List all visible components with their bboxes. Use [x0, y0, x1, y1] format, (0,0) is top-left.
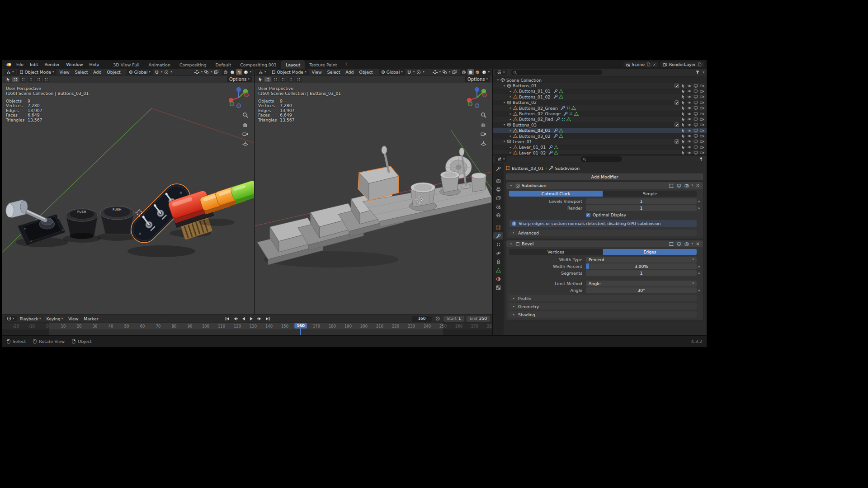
snap-magnet-icon[interactable]: [406, 69, 412, 75]
disable-render-icon[interactable]: [700, 112, 704, 116]
disable-render-icon[interactable]: [700, 100, 704, 105]
proportional-dropdown-icon[interactable]: ▾: [170, 70, 172, 74]
expand-icon[interactable]: ▸: [508, 95, 513, 99]
view-layer-selector[interactable]: RenderLayer: [660, 61, 704, 67]
shading-rendered-icon[interactable]: [481, 69, 487, 75]
selectable-icon[interactable]: [681, 89, 685, 94]
disable-render-icon[interactable]: [700, 89, 704, 94]
tab-texture[interactable]: [493, 284, 503, 291]
gizmos-dropdown-icon[interactable]: ▾: [439, 70, 441, 74]
menu-view[interactable]: View: [310, 69, 324, 75]
show-gizmos-icon[interactable]: [432, 69, 438, 75]
disable-viewport-icon[interactable]: [693, 94, 698, 99]
shading-solid-icon[interactable]: [467, 69, 474, 75]
outliner-row-collection[interactable]: ▾ Buttons_02: [493, 100, 707, 105]
keyframe-decorator[interactable]: [697, 266, 701, 267]
modifier-extras-icon[interactable]: ▾: [691, 242, 693, 245]
display-edit-mode-icon[interactable]: [668, 183, 674, 188]
exclude-checkbox-icon[interactable]: [675, 139, 679, 144]
blender-logo-icon[interactable]: [5, 61, 12, 67]
catmull-clark-button[interactable]: Catmull-Clark: [509, 191, 603, 197]
frame-end-field[interactable]: End250: [467, 316, 490, 322]
selectable-icon[interactable]: [681, 122, 685, 127]
shading-material-icon[interactable]: [474, 69, 481, 75]
tab-scene[interactable]: [493, 203, 503, 210]
timeline-ruler[interactable]: -20 -10 0 10 20 30 40 50 60 70 80 90 100…: [2, 323, 492, 329]
frame-start-field[interactable]: Start1: [443, 316, 464, 322]
tab-view-layer[interactable]: [493, 194, 503, 202]
play-button[interactable]: [248, 316, 255, 322]
angle-slider[interactable]: 30°: [586, 287, 697, 293]
expand-icon[interactable]: ▸: [508, 89, 513, 93]
outliner-row-object[interactable]: ▸ Buttons_02_Orange: [493, 111, 707, 116]
menu-select[interactable]: Select: [325, 69, 343, 75]
disable-render-icon[interactable]: [700, 117, 704, 122]
expand-icon[interactable]: ▸: [508, 112, 513, 116]
select-mode-subtract-icon[interactable]: [28, 77, 34, 82]
render-levels-field[interactable]: 1: [586, 205, 697, 211]
disable-render-icon[interactable]: [700, 84, 704, 88]
menu-add[interactable]: Add: [91, 69, 104, 75]
shading-wireframe-icon[interactable]: [461, 69, 467, 75]
toggle-perspective-icon[interactable]: [481, 141, 486, 146]
snap-dropdown-icon[interactable]: ▾: [161, 70, 163, 74]
workspace-tab[interactable]: Compositing: [175, 60, 211, 69]
expand-icon[interactable]: ▸: [508, 129, 513, 132]
properties-search[interactable]: [580, 156, 622, 162]
select-mode-invert-icon[interactable]: [35, 77, 42, 82]
options-dropdown[interactable]: Options▾: [227, 76, 252, 82]
select-mode-intersect-icon[interactable]: [295, 77, 302, 82]
xray-toggle-icon[interactable]: [213, 69, 219, 75]
display-render-icon[interactable]: [684, 241, 689, 247]
advanced-subpanel-header[interactable]: ▸ Advanced: [509, 230, 697, 236]
expand-icon[interactable]: ▸: [508, 145, 513, 149]
geometry-subpanel-header[interactable]: ▸Geometry: [509, 303, 697, 310]
exclude-checkbox-icon[interactable]: [675, 100, 679, 105]
hide-viewport-icon[interactable]: [687, 112, 692, 116]
expand-icon[interactable]: ▸: [508, 117, 513, 121]
toggle-perspective-icon[interactable]: [242, 141, 248, 146]
navigation-gizmo[interactable]: [227, 86, 250, 109]
add-workspace-icon[interactable]: +: [341, 60, 350, 69]
outliner-row-object[interactable]: ▸ Buttons_02_Red: [493, 117, 707, 122]
selectable-icon[interactable]: [681, 94, 685, 99]
breadcrumb-object[interactable]: Buttons_03_01: [512, 166, 543, 171]
playhead-line[interactable]: [300, 328, 301, 335]
overlays-dropdown-icon[interactable]: ▾: [449, 70, 451, 74]
timeline-editor-type-button[interactable]: ▾: [5, 316, 17, 321]
knob-object-1[interactable]: PUSH: [63, 209, 101, 243]
disable-render-icon[interactable]: [700, 134, 704, 138]
expand-icon[interactable]: ▾: [495, 78, 500, 82]
disable-viewport-icon[interactable]: [693, 89, 698, 94]
width-type-dropdown[interactable]: Percent▾: [586, 257, 697, 263]
jump-to-end-button[interactable]: [264, 316, 271, 322]
timeline-body[interactable]: -20 -10 0 10 20 30 40 50 60 70 80 90 100…: [2, 323, 492, 335]
outliner-row-object[interactable]: ▸ Buttons_01_01: [493, 89, 707, 94]
collapse-icon[interactable]: ▾: [509, 242, 514, 246]
outliner-editor-type-button[interactable]: ▾: [495, 70, 507, 75]
selectable-icon[interactable]: [681, 106, 685, 110]
current-frame-field[interactable]: 160: [412, 316, 432, 322]
menu-help[interactable]: Help: [86, 61, 103, 67]
expand-icon[interactable]: ▾: [502, 101, 507, 104]
selectable-icon[interactable]: [681, 128, 685, 133]
outliner-row-object[interactable]: ▸ Lever_01_02: [493, 150, 707, 155]
disable-viewport-icon[interactable]: [693, 150, 698, 155]
unlink-scene-icon[interactable]: [652, 63, 656, 66]
camera-view-icon[interactable]: [481, 131, 486, 137]
new-view-layer-icon[interactable]: [698, 62, 702, 66]
expand-icon[interactable]: ▾: [502, 84, 507, 88]
properties-search-input[interactable]: [587, 157, 619, 161]
properties-editor-type-button[interactable]: ▾: [495, 156, 507, 162]
tab-material[interactable]: [493, 275, 503, 282]
selectable-icon[interactable]: [681, 84, 685, 88]
outliner-row-scene-collection[interactable]: ▾ Scene Collection: [493, 77, 707, 83]
selectable-icon[interactable]: [681, 139, 685, 144]
display-realtime-icon[interactable]: [676, 241, 682, 247]
proportional-dropdown-icon[interactable]: ▾: [423, 70, 425, 74]
disable-viewport-icon[interactable]: [693, 139, 698, 144]
menu-view[interactable]: View: [66, 316, 80, 322]
transform-orientation-dropdown[interactable]: Global▾: [127, 69, 153, 75]
hide-viewport-icon[interactable]: [687, 134, 692, 138]
show-overlays-icon[interactable]: [442, 69, 448, 75]
